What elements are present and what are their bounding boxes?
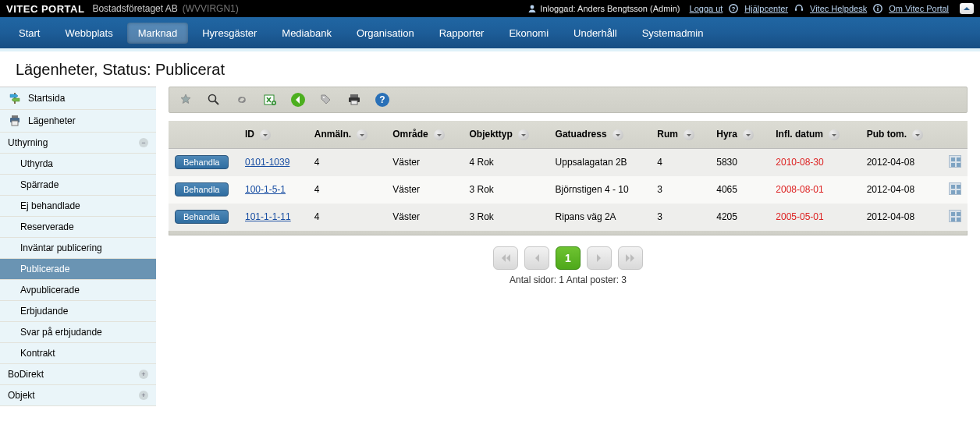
helpdesk-link[interactable]: Vitec Helpdesk bbox=[810, 4, 867, 13]
sort-icon[interactable] bbox=[829, 129, 840, 140]
brand-label: VITEC PORTAL bbox=[6, 3, 84, 15]
svg-point-17 bbox=[323, 97, 325, 98]
col-gatuadress[interactable]: Gatuadress bbox=[549, 121, 652, 148]
cell-infl-datum: 2010-08-30 bbox=[769, 148, 860, 176]
svg-rect-4 bbox=[801, 9, 803, 11]
help-icon: ? bbox=[729, 4, 738, 13]
sidebar-sub-spärrade[interactable]: Spärrade bbox=[0, 175, 156, 196]
printer-icon bbox=[8, 115, 22, 127]
col-pub-tom[interactable]: Pub tom. bbox=[861, 121, 943, 148]
cell-objekttyp: 4 Rok bbox=[463, 148, 549, 176]
col-infl-datum[interactable]: Infl. datum bbox=[769, 121, 860, 148]
pager: 1 Antal sidor: 1 Antal poster: 3 bbox=[169, 246, 968, 285]
col-anmalan[interactable]: Anmäln. bbox=[308, 121, 387, 148]
nav-tab-hyresgäster[interactable]: Hyresgäster bbox=[191, 23, 268, 44]
toolbar: ? bbox=[169, 87, 968, 113]
nav-tab-mediabank[interactable]: Mediabank bbox=[271, 23, 343, 44]
sort-icon[interactable] bbox=[260, 129, 271, 140]
sidebar-item-startsida[interactable]: Startsida bbox=[0, 87, 156, 110]
nav-tab-systemadmin[interactable]: Systemadmin bbox=[631, 23, 715, 44]
info-icon bbox=[873, 4, 882, 13]
collapse-icon[interactable]: + bbox=[139, 370, 148, 379]
details-icon[interactable] bbox=[949, 182, 961, 195]
row-id-link[interactable]: 0101-1039 bbox=[245, 157, 289, 168]
nav-tab-marknad[interactable]: Marknad bbox=[127, 23, 189, 44]
expand-button[interactable] bbox=[960, 3, 974, 14]
col-objekttyp[interactable]: Objekttyp bbox=[463, 121, 549, 148]
cell-pub-tom: 2012-04-08 bbox=[861, 148, 943, 176]
svg-rect-18 bbox=[350, 94, 358, 97]
sidebar-group-bodirekt[interactable]: BoDirekt+ bbox=[0, 364, 156, 385]
nav-tab-rapporter[interactable]: Rapporter bbox=[428, 23, 495, 44]
col-action bbox=[169, 121, 239, 148]
star-add-icon[interactable] bbox=[176, 90, 196, 109]
col-omrade[interactable]: Område bbox=[386, 121, 463, 148]
sidebar-sub-avpublicerade[interactable]: Avpublicerade bbox=[0, 280, 156, 301]
print-icon[interactable] bbox=[344, 90, 364, 109]
pager-next-button[interactable] bbox=[587, 246, 612, 270]
logout-link[interactable]: Logga ut bbox=[690, 4, 723, 13]
sidebar: StartsidaLägenheterUthyrning−UthyrdaSpär… bbox=[0, 87, 156, 406]
behandla-button[interactable]: Behandla bbox=[175, 210, 229, 224]
pager-prev-button[interactable] bbox=[524, 246, 549, 270]
pager-last-button[interactable] bbox=[618, 246, 643, 270]
nav-tab-webbplats[interactable]: Webbplats bbox=[54, 23, 123, 44]
nav-tab-ekonomi[interactable]: Ekonomi bbox=[498, 23, 559, 44]
cell-infl-datum: 2008-08-01 bbox=[769, 176, 860, 204]
sort-icon[interactable] bbox=[434, 129, 445, 140]
cell-anmalan: 4 bbox=[308, 176, 387, 204]
cell-objekttyp: 3 Rok bbox=[463, 176, 549, 204]
details-icon[interactable] bbox=[949, 155, 961, 168]
col-id[interactable]: ID bbox=[239, 121, 308, 148]
sidebar-sub-inväntar-publicering[interactable]: Inväntar publicering bbox=[0, 238, 156, 259]
back-icon[interactable] bbox=[288, 90, 308, 109]
about-link[interactable]: Om Vitec Portal bbox=[889, 4, 949, 13]
sidebar-sub-svar-på-erbjudande[interactable]: Svar på erbjudande bbox=[0, 322, 156, 343]
search-icon[interactable] bbox=[204, 90, 224, 109]
nav-tab-underhåll[interactable]: Underhåll bbox=[563, 23, 628, 44]
user-label: Inloggad: Anders Bengtsson (Admin) bbox=[540, 4, 680, 13]
nav-tab-organisation[interactable]: Organisation bbox=[346, 23, 425, 44]
sort-icon[interactable] bbox=[912, 129, 923, 140]
cell-objekttyp: 3 Rok bbox=[463, 204, 549, 231]
sort-icon[interactable] bbox=[357, 129, 368, 140]
helpcenter-link[interactable]: Hjälpcenter bbox=[744, 4, 788, 13]
svg-line-13 bbox=[215, 101, 219, 105]
sidebar-item-lägenheter[interactable]: Lägenheter bbox=[0, 110, 156, 133]
sort-icon[interactable] bbox=[518, 129, 529, 140]
col-hyra[interactable]: Hyra bbox=[710, 121, 769, 148]
svg-point-12 bbox=[209, 95, 216, 102]
sort-icon[interactable] bbox=[612, 129, 623, 140]
sidebar-group-objekt[interactable]: Objekt+ bbox=[0, 385, 156, 406]
link-icon[interactable] bbox=[232, 90, 252, 109]
svg-rect-3 bbox=[795, 9, 797, 11]
tag-icon[interactable] bbox=[316, 90, 336, 109]
behandla-button[interactable]: Behandla bbox=[175, 155, 229, 169]
sidebar-sub-kontrakt[interactable]: Kontrakt bbox=[0, 343, 156, 364]
nav-tab-start[interactable]: Start bbox=[8, 23, 51, 44]
row-id-link[interactable]: 101-1-1-11 bbox=[245, 211, 291, 222]
help-toolbar-icon[interactable]: ? bbox=[372, 90, 392, 109]
sidebar-sub-erbjudande[interactable]: Erbjudande bbox=[0, 301, 156, 322]
collapse-icon[interactable]: + bbox=[139, 391, 148, 400]
sidebar-group-uthyrning[interactable]: Uthyrning− bbox=[0, 133, 156, 154]
sidebar-sub-publicerade[interactable]: Publicerade bbox=[0, 259, 156, 280]
sidebar-sub-uthyrda[interactable]: Uthyrda bbox=[0, 154, 156, 175]
col-rum[interactable]: Rum bbox=[651, 121, 710, 148]
cell-rum: 4 bbox=[651, 148, 710, 176]
pager-page-current[interactable]: 1 bbox=[556, 246, 581, 270]
sidebar-sub-reserverade[interactable]: Reserverade bbox=[0, 217, 156, 238]
svg-rect-11 bbox=[12, 121, 18, 126]
details-icon[interactable] bbox=[949, 210, 961, 222]
cell-hyra: 5830 bbox=[710, 148, 769, 176]
excel-export-icon[interactable] bbox=[260, 90, 280, 109]
env-label: (WVVIRGN1) bbox=[183, 3, 239, 14]
behandla-button[interactable]: Behandla bbox=[175, 182, 229, 196]
pager-first-button[interactable] bbox=[493, 246, 518, 270]
collapse-icon[interactable]: − bbox=[139, 138, 148, 147]
sort-icon[interactable] bbox=[684, 129, 694, 140]
row-id-link[interactable]: 100-1-5-1 bbox=[245, 184, 286, 195]
sidebar-sub-ej-behandlade[interactable]: Ej behandlade bbox=[0, 196, 156, 217]
cell-infl-datum: 2005-05-01 bbox=[769, 204, 860, 231]
sort-icon[interactable] bbox=[743, 129, 754, 140]
